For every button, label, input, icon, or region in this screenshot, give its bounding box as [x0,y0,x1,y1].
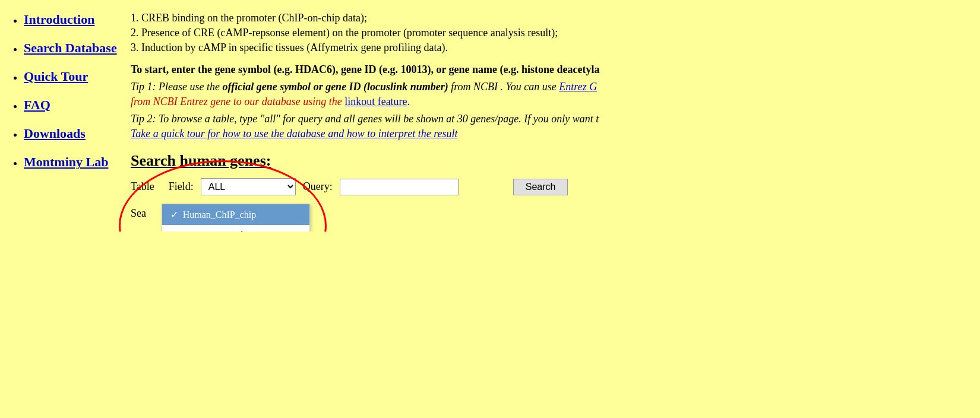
table-dropdown-open[interactable]: ✓ Human_ChIP_chip Human_CRE_prediction H… [162,204,310,232]
tip1-prefix: Tip 1: Please use the [131,81,222,93]
dropdown-item-label-human-cre: Human_CRE_prediction [170,230,265,232]
intro-item-3: 3. Induction by cAMP in specific tissues… [131,42,968,54]
quick-tour-text: Take a quick tour for how to use the dat… [131,128,968,140]
downloads-link[interactable]: Downloads [24,126,86,141]
dropdown-item-human-chip[interactable]: ✓ Human_ChIP_chip [162,204,309,225]
to-start-text: To start, enter the gene symbol (e.g. HD… [131,64,968,76]
tip1-bold-italic: official gene symbol or gene ID (locusli… [222,81,448,93]
quick-tour-tour-link[interactable]: Take a quick tour for how to use the dat… [131,128,457,140]
dropdown-item-human-cre[interactable]: Human_CRE_prediction [162,225,309,232]
sidebar: Introduction Search Database Quick Tour … [12,12,119,220]
field-select[interactable]: ALL Gene Symbol Gene ID Gene Name [201,178,296,195]
tip1-mid: from NCBI . You can use [448,81,559,93]
tip1-text: Tip 1: Please use the official gene symb… [131,81,968,93]
sidebar-item-search-database[interactable]: Search Database [24,40,119,56]
faq-link[interactable]: FAQ [24,97,50,112]
montminy-lab-link[interactable]: Montminy Lab [24,154,108,169]
search-database-link[interactable]: Search Database [24,40,117,55]
introduction-link[interactable]: Introduction [24,12,94,27]
tip1-block: Tip 1: Please use the official gene symb… [131,81,968,108]
checkmark-icon: ✓ [170,210,178,220]
search-button[interactable]: Search [513,179,568,195]
sidebar-item-introduction[interactable]: Introduction [24,12,119,27]
quick-tour-link[interactable]: Quick Tour [24,69,88,84]
to-start-bold: To start, enter the gene symbol (e.g. HD… [131,64,600,75]
tip1-link1[interactable]: Entrez G [559,81,597,93]
to-start-block: To start, enter the gene symbol (e.g. HD… [131,64,968,76]
main-content: 1. CREB binding on the promoter (ChIP-on… [131,12,968,220]
field-label: Field: [169,180,194,193]
tip1-red-italic: from NCBI Entrez gene to our database us… [131,96,344,107]
search-form-row: Table Human_ChIP_chip Human_CRE_predicti… [131,178,968,195]
linkout-feature-link[interactable]: linkout feature [344,96,407,107]
search-human-title: Search human genes: [131,152,968,170]
sidebar-item-faq[interactable]: FAQ [24,97,119,113]
sidebar-nav: Introduction Search Database Quick Tour … [12,12,119,170]
intro-list: 1. CREB binding on the promoter (ChIP-on… [131,12,968,54]
sidebar-item-montminy-lab[interactable]: Montminy Lab [24,154,119,170]
table-label: Table [131,180,154,193]
tip2-text: Tip 2: To browse a table, type "all" for… [131,113,968,125]
sea-partial-text: Sea [131,207,146,219]
sidebar-item-downloads[interactable]: Downloads [24,126,119,141]
tip1-period: . [407,96,410,107]
tip2-block: Tip 2: To browse a table, type "all" for… [131,113,968,140]
query-input[interactable] [340,179,459,195]
query-label: Query: [303,180,333,193]
intro-item-2: 2. Presence of CRE (cAMP-repsonse elemen… [131,27,968,39]
tip2-italic: Tip 2: To browse a table, type "all" for… [131,113,599,125]
tip1-red-text: from NCBI Entrez gene to our database us… [131,96,968,108]
sidebar-item-quick-tour[interactable]: Quick Tour [24,69,119,84]
intro-item-1: 1. CREB binding on the promoter (ChIP-on… [131,12,968,24]
dropdown-item-label-human-chip: Human_ChIP_chip [183,210,257,220]
